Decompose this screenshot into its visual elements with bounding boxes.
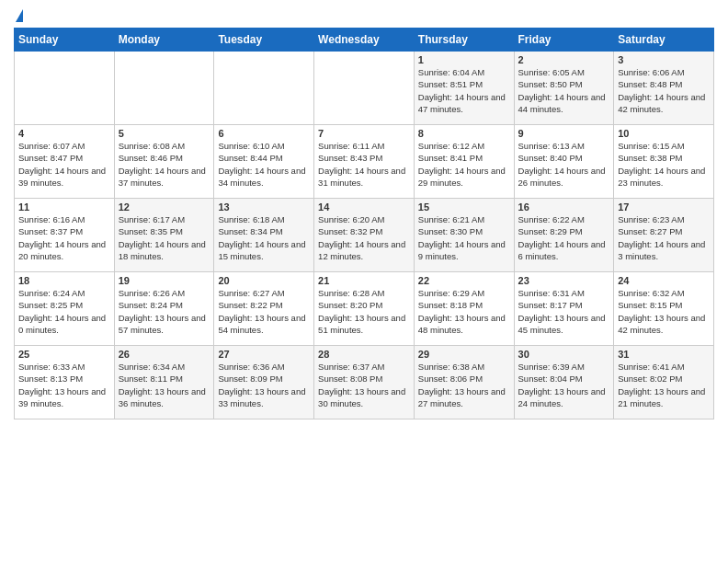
calendar-cell: 24Sunrise: 6:32 AMSunset: 8:15 PMDayligh…: [614, 272, 714, 346]
day-info-line: Sunrise: 6:20 AM: [318, 213, 410, 225]
day-info-line: Sunset: 8:04 PM: [518, 373, 610, 385]
calendar-week-row: 4Sunrise: 6:07 AMSunset: 8:47 PMDaylight…: [15, 125, 714, 199]
calendar-cell: 9Sunrise: 6:13 AMSunset: 8:40 PMDaylight…: [514, 125, 614, 199]
header-saturday: Saturday: [614, 29, 714, 52]
calendar-cell: 1Sunrise: 6:04 AMSunset: 8:51 PMDaylight…: [414, 52, 514, 125]
day-info: Sunrise: 6:22 AMSunset: 8:29 PMDaylight:…: [518, 213, 610, 262]
day-number: 21: [318, 275, 410, 286]
day-info: Sunrise: 6:38 AMSunset: 8:06 PMDaylight:…: [418, 361, 510, 409]
calendar-header-row: SundayMondayTuesdayWednesdayThursdayFrid…: [15, 29, 714, 52]
calendar-cell: 19Sunrise: 6:26 AMSunset: 8:24 PMDayligh…: [114, 272, 214, 346]
day-number: 23: [518, 275, 610, 286]
day-info: Sunrise: 6:31 AMSunset: 8:17 PMDaylight:…: [518, 287, 610, 336]
day-info-line: Sunrise: 6:29 AM: [418, 287, 510, 299]
day-info-line: Daylight: 13 hours and 54 minutes.: [218, 312, 310, 337]
calendar-cell: 13Sunrise: 6:18 AMSunset: 8:34 PMDayligh…: [214, 199, 314, 272]
day-info-line: Daylight: 14 hours and 42 minutes.: [618, 91, 710, 116]
day-info-line: Daylight: 13 hours and 42 minutes.: [618, 312, 710, 337]
day-info-line: Daylight: 14 hours and 44 minutes.: [518, 91, 610, 116]
day-info: Sunrise: 6:18 AMSunset: 8:34 PMDaylight:…: [218, 213, 310, 262]
day-number: 16: [518, 201, 610, 213]
day-info-line: Daylight: 13 hours and 45 minutes.: [518, 312, 610, 337]
day-number: 10: [618, 128, 710, 139]
calendar-cell: 30Sunrise: 6:39 AMSunset: 8:04 PMDayligh…: [514, 346, 614, 419]
day-number: 14: [318, 201, 410, 213]
header-sunday: Sunday: [15, 29, 115, 52]
day-info: Sunrise: 6:07 AMSunset: 8:47 PMDaylight:…: [18, 140, 110, 189]
day-info-line: Sunset: 8:47 PM: [18, 152, 110, 164]
day-number: 4: [18, 128, 110, 139]
day-info-line: Sunrise: 6:17 AM: [119, 213, 210, 225]
day-info-line: Daylight: 13 hours and 30 minutes.: [318, 385, 410, 410]
day-info: Sunrise: 6:37 AMSunset: 8:08 PMDaylight:…: [318, 361, 410, 409]
day-info-line: Sunset: 8:18 PM: [418, 299, 510, 311]
day-info-line: Sunset: 8:09 PM: [218, 373, 310, 385]
calendar-week-row: 11Sunrise: 6:16 AMSunset: 8:37 PMDayligh…: [15, 199, 714, 272]
logo-triangle-icon: [16, 9, 23, 22]
logo: [14, 9, 23, 22]
calendar-week-row: 25Sunrise: 6:33 AMSunset: 8:13 PMDayligh…: [15, 346, 714, 419]
day-number: 31: [618, 349, 710, 360]
calendar-cell: [314, 52, 415, 125]
day-info-line: Daylight: 14 hours and 29 minutes.: [418, 165, 510, 190]
day-info-line: Daylight: 13 hours and 21 minutes.: [618, 385, 710, 410]
day-info-line: Daylight: 14 hours and 9 minutes.: [418, 238, 510, 263]
day-info-line: Sunset: 8:11 PM: [119, 373, 210, 385]
calendar-cell: 20Sunrise: 6:27 AMSunset: 8:22 PMDayligh…: [214, 272, 314, 346]
day-info: Sunrise: 6:10 AMSunset: 8:44 PMDaylight:…: [218, 140, 310, 189]
day-number: 24: [618, 275, 710, 286]
day-info: Sunrise: 6:21 AMSunset: 8:30 PMDaylight:…: [418, 213, 510, 262]
day-number: 13: [218, 201, 310, 213]
header-tuesday: Tuesday: [214, 29, 314, 52]
day-info-line: Sunrise: 6:39 AM: [518, 361, 610, 373]
day-number: 26: [119, 349, 210, 360]
day-info-line: Daylight: 14 hours and 31 minutes.: [318, 165, 410, 190]
calendar-cell: [114, 52, 214, 125]
calendar-cell: 16Sunrise: 6:22 AMSunset: 8:29 PMDayligh…: [514, 199, 614, 272]
day-info: Sunrise: 6:08 AMSunset: 8:46 PMDaylight:…: [119, 140, 210, 189]
day-info-line: Sunrise: 6:18 AM: [218, 213, 310, 225]
calendar-cell: 15Sunrise: 6:21 AMSunset: 8:30 PMDayligh…: [414, 199, 514, 272]
day-number: 25: [18, 349, 110, 360]
day-info-line: Daylight: 13 hours and 24 minutes.: [518, 385, 610, 410]
day-number: 18: [18, 275, 110, 286]
day-info: Sunrise: 6:11 AMSunset: 8:43 PMDaylight:…: [318, 140, 410, 189]
day-info-line: Sunrise: 6:31 AM: [518, 287, 610, 299]
day-info: Sunrise: 6:05 AMSunset: 8:50 PMDaylight:…: [518, 66, 610, 115]
day-info-line: Daylight: 13 hours and 51 minutes.: [318, 312, 410, 337]
day-info-line: Sunrise: 6:41 AM: [618, 361, 710, 373]
day-number: 27: [218, 349, 310, 360]
day-number: 9: [518, 128, 610, 139]
day-info-line: Sunrise: 6:12 AM: [418, 140, 510, 152]
calendar-cell: 14Sunrise: 6:20 AMSunset: 8:32 PMDayligh…: [314, 199, 415, 272]
day-info: Sunrise: 6:27 AMSunset: 8:22 PMDaylight:…: [218, 287, 310, 336]
day-number: 1: [418, 54, 510, 65]
day-info-line: Sunrise: 6:36 AM: [218, 361, 310, 373]
day-number: 6: [218, 128, 310, 139]
calendar-cell: 3Sunrise: 6:06 AMSunset: 8:48 PMDaylight…: [614, 52, 714, 125]
day-info-line: Daylight: 14 hours and 34 minutes.: [218, 165, 310, 190]
day-number: 11: [18, 201, 110, 213]
day-info-line: Daylight: 13 hours and 48 minutes.: [418, 312, 510, 337]
day-info-line: Sunrise: 6:23 AM: [618, 213, 710, 225]
day-info-line: Sunset: 8:51 PM: [418, 78, 510, 90]
calendar-cell: 5Sunrise: 6:08 AMSunset: 8:46 PMDaylight…: [114, 125, 214, 199]
day-info-line: Sunset: 8:29 PM: [518, 225, 610, 237]
day-number: 15: [418, 201, 510, 213]
calendar-cell: 22Sunrise: 6:29 AMSunset: 8:18 PMDayligh…: [414, 272, 514, 346]
calendar-cell: 21Sunrise: 6:28 AMSunset: 8:20 PMDayligh…: [314, 272, 415, 346]
day-info: Sunrise: 6:13 AMSunset: 8:40 PMDaylight:…: [518, 140, 610, 189]
calendar-cell: 28Sunrise: 6:37 AMSunset: 8:08 PMDayligh…: [314, 346, 415, 419]
day-info-line: Daylight: 14 hours and 12 minutes.: [318, 238, 410, 263]
day-number: 5: [119, 128, 210, 139]
day-number: 8: [418, 128, 510, 139]
day-info: Sunrise: 6:16 AMSunset: 8:37 PMDaylight:…: [18, 213, 110, 262]
day-info-line: Sunrise: 6:05 AM: [518, 66, 610, 78]
day-info-line: Sunrise: 6:27 AM: [218, 287, 310, 299]
calendar-cell: 7Sunrise: 6:11 AMSunset: 8:43 PMDaylight…: [314, 125, 415, 199]
day-info-line: Sunrise: 6:06 AM: [618, 66, 710, 78]
calendar-page: SundayMondayTuesdayWednesdayThursdayFrid…: [0, 0, 728, 563]
day-info-line: Sunset: 8:08 PM: [318, 373, 410, 385]
day-info-line: Sunset: 8:06 PM: [418, 373, 510, 385]
day-info: Sunrise: 6:23 AMSunset: 8:27 PMDaylight:…: [618, 213, 710, 262]
